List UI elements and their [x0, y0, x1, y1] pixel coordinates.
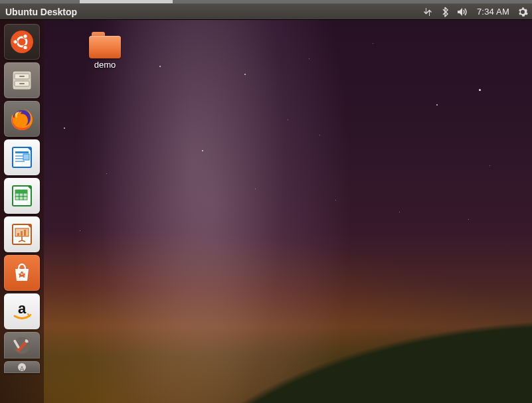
svg-rect-22: [19, 193, 23, 197]
svg-rect-27: [15, 190, 27, 193]
launcher-amazon[interactable]: a: [4, 293, 40, 329]
svg-rect-25: [19, 197, 23, 200]
bluetooth-indicator[interactable]: [441, 7, 449, 17]
ubuntu-logo-icon: [9, 29, 35, 55]
launcher-firefox[interactable]: [4, 101, 40, 137]
top-panel: Ubuntu Desktop 7:34 AM: [0, 3, 532, 20]
svg-rect-23: [23, 193, 27, 197]
desktop-icon-demo[interactable]: demo: [78, 32, 132, 70]
firefox-icon: [8, 105, 36, 133]
launcher-writer[interactable]: [4, 139, 40, 175]
file-cabinet-icon: [9, 67, 35, 94]
writer-icon: [9, 145, 35, 170]
svg-text:DVD: DVD: [20, 368, 24, 371]
svg-text:A: A: [19, 270, 25, 280]
svg-rect-8: [19, 76, 25, 77]
launcher-settings[interactable]: [4, 332, 40, 359]
shopping-bag-icon: A: [10, 261, 34, 285]
launcher-software[interactable]: A: [4, 255, 40, 291]
impress-icon: [9, 222, 35, 247]
system-indicator[interactable]: [517, 7, 528, 17]
svg-rect-31: [21, 231, 23, 236]
svg-rect-30: [17, 233, 19, 236]
desktop-icon-label: demo: [92, 59, 119, 70]
svg-rect-26: [23, 197, 27, 200]
folder-icon: [89, 32, 121, 58]
settings-tools-icon: [9, 333, 35, 357]
svg-point-38: [21, 366, 23, 368]
svg-rect-16: [23, 154, 29, 160]
panel-title: Ubuntu Desktop: [5, 7, 77, 17]
svg-rect-9: [19, 83, 25, 84]
svg-rect-32: [24, 230, 26, 236]
svg-point-4: [23, 45, 27, 49]
launcher-impress[interactable]: [4, 216, 40, 252]
amazon-icon: a: [9, 298, 35, 325]
svg-rect-15: [15, 161, 25, 162]
volume-indicator[interactable]: [457, 7, 469, 17]
disc-icon: DVD: [9, 362, 35, 372]
launcher-files[interactable]: [4, 62, 40, 98]
system-gear-icon: [517, 7, 528, 17]
clock-indicator[interactable]: 7:34 AM: [477, 7, 509, 17]
bluetooth-icon: [441, 7, 449, 17]
network-indicator[interactable]: [422, 7, 433, 17]
launcher-disc[interactable]: DVD: [4, 361, 40, 373]
svg-text:a: a: [18, 300, 27, 317]
launcher-calc[interactable]: [4, 178, 40, 214]
svg-point-3: [23, 34, 27, 38]
volume-icon: [457, 7, 469, 17]
svg-rect-21: [15, 193, 19, 197]
wallpaper-hills: [0, 230, 532, 403]
svg-rect-12: [15, 151, 29, 153]
wallpaper: [0, 20, 532, 403]
indicator-area: 7:34 AM: [422, 7, 528, 17]
network-icon: [422, 7, 433, 17]
launcher-dash[interactable]: [4, 24, 40, 60]
calc-icon: [9, 183, 35, 208]
svg-rect-24: [15, 197, 19, 200]
svg-point-2: [13, 40, 17, 44]
workspace: A a DVD: [0, 20, 532, 403]
unity-launcher: A a DVD: [0, 20, 44, 403]
